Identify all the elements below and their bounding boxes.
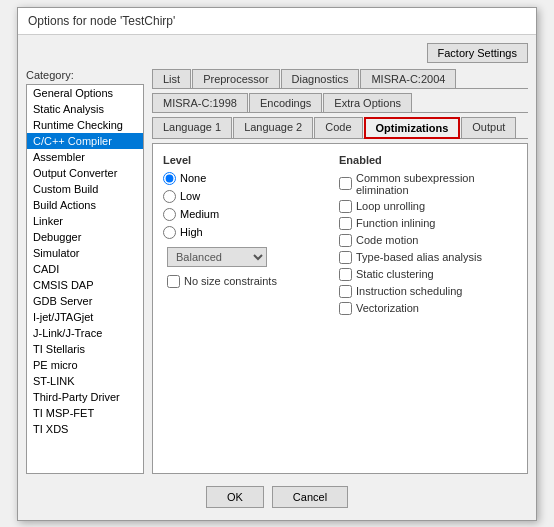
title-bar: Options for node 'TestChirp'	[18, 8, 536, 35]
category-item[interactable]: Debugger	[27, 229, 143, 245]
enabled-checkbox-list: Common subexpression eliminationLoop unr…	[339, 172, 517, 315]
level-radio-label-none: None	[180, 172, 206, 184]
category-item[interactable]: Custom Build	[27, 181, 143, 197]
enabled-option-label: Loop unrolling	[356, 200, 425, 212]
tab-content: Level NoneLowMediumHigh Balanced Speed S…	[152, 143, 528, 474]
category-item[interactable]: Build Actions	[27, 197, 143, 213]
category-item[interactable]: CADI	[27, 261, 143, 277]
level-radio-label-medium: Medium	[180, 208, 219, 220]
enabled-checkbox[interactable]	[339, 234, 352, 247]
category-item[interactable]: J-Link/J-Trace	[27, 325, 143, 341]
category-item[interactable]: TI XDS	[27, 421, 143, 437]
tab-diagnostics[interactable]: Diagnostics	[281, 69, 360, 88]
tab-optimizations[interactable]: Optimizations	[364, 117, 461, 139]
dialog: Options for node 'TestChirp' Factory Set…	[17, 7, 537, 521]
category-panel: Category: General OptionsStatic Analysis…	[26, 69, 144, 474]
enabled-option[interactable]: Common subexpression elimination	[339, 172, 517, 196]
enabled-option-label: Type-based alias analysis	[356, 251, 482, 263]
enabled-option[interactable]: Loop unrolling	[339, 200, 517, 213]
right-panel: ListPreprocessorDiagnosticsMISRA-C:2004 …	[152, 69, 528, 474]
enabled-option-label: Common subexpression elimination	[356, 172, 517, 196]
category-item[interactable]: Static Analysis	[27, 101, 143, 117]
category-item[interactable]: GDB Server	[27, 293, 143, 309]
enabled-option[interactable]: Type-based alias analysis	[339, 251, 517, 264]
category-item[interactable]: I-jet/JTAGjet	[27, 309, 143, 325]
category-item[interactable]: ST-LINK	[27, 373, 143, 389]
category-item[interactable]: General Options	[27, 85, 143, 101]
balanced-dropdown[interactable]: Balanced Speed Size	[167, 247, 267, 267]
enabled-option-label: Vectorization	[356, 302, 419, 314]
no-size-constraints-label: No size constraints	[184, 275, 277, 287]
level-radio-high[interactable]: High	[163, 226, 323, 239]
enabled-checkbox[interactable]	[339, 302, 352, 315]
dialog-title: Options for node 'TestChirp'	[28, 14, 175, 28]
ok-button[interactable]: OK	[206, 486, 264, 508]
enabled-checkbox[interactable]	[339, 251, 352, 264]
tab-content-inner: Level NoneLowMediumHigh Balanced Speed S…	[163, 154, 517, 315]
level-radio-input-medium[interactable]	[163, 208, 176, 221]
factory-settings-button[interactable]: Factory Settings	[427, 43, 528, 63]
enabled-option[interactable]: Function inlining	[339, 217, 517, 230]
level-radio-none[interactable]: None	[163, 172, 323, 185]
tabs-row-3: Language 1Language 2CodeOptimizationsOut…	[152, 117, 528, 139]
category-item[interactable]: C/C++ Compiler	[27, 133, 143, 149]
category-item[interactable]: TI Stellaris	[27, 341, 143, 357]
tab-language-2[interactable]: Language 2	[233, 117, 313, 138]
enabled-option[interactable]: Code motion	[339, 234, 517, 247]
category-item[interactable]: CMSIS DAP	[27, 277, 143, 293]
enabled-option[interactable]: Static clustering	[339, 268, 517, 281]
level-section: Level NoneLowMediumHigh Balanced Speed S…	[163, 154, 323, 315]
tab-preprocessor[interactable]: Preprocessor	[192, 69, 279, 88]
level-radio-medium[interactable]: Medium	[163, 208, 323, 221]
category-item[interactable]: Assembler	[27, 149, 143, 165]
tab-extra-options[interactable]: Extra Options	[323, 93, 412, 112]
enabled-checkbox[interactable]	[339, 177, 352, 190]
enabled-option[interactable]: Vectorization	[339, 302, 517, 315]
level-radio-input-high[interactable]	[163, 226, 176, 239]
tab-misra-c-1998[interactable]: MISRA-C:1998	[152, 93, 248, 112]
cancel-button[interactable]: Cancel	[272, 486, 348, 508]
level-radio-label-high: High	[180, 226, 203, 238]
tab-encodings[interactable]: Encodings	[249, 93, 322, 112]
tabs-row-2: MISRA-C:1998EncodingsExtra Options	[152, 93, 528, 113]
tab-list[interactable]: List	[152, 69, 191, 88]
enabled-section: Enabled Common subexpression elimination…	[339, 154, 517, 315]
enabled-option[interactable]: Instruction scheduling	[339, 285, 517, 298]
enabled-option-label: Function inlining	[356, 217, 436, 229]
dropdown-row: Balanced Speed Size	[167, 247, 323, 267]
category-item[interactable]: TI MSP-FET	[27, 405, 143, 421]
no-size-constraints-checkbox[interactable]	[167, 275, 180, 288]
bottom-row: OK Cancel	[26, 482, 528, 512]
category-item[interactable]: Simulator	[27, 245, 143, 261]
enabled-checkbox[interactable]	[339, 217, 352, 230]
category-item[interactable]: Third-Party Driver	[27, 389, 143, 405]
level-title: Level	[163, 154, 323, 166]
enabled-title: Enabled	[339, 154, 517, 166]
enabled-checkbox[interactable]	[339, 200, 352, 213]
content-area: Category: General OptionsStatic Analysis…	[26, 69, 528, 474]
category-list: General OptionsStatic AnalysisRuntime Ch…	[26, 84, 144, 474]
level-radio-low[interactable]: Low	[163, 190, 323, 203]
enabled-option-label: Code motion	[356, 234, 418, 246]
category-item[interactable]: PE micro	[27, 357, 143, 373]
dialog-body: Factory Settings Category: General Optio…	[18, 35, 536, 520]
tabs-row-1: ListPreprocessorDiagnosticsMISRA-C:2004	[152, 69, 528, 89]
enabled-option-label: Static clustering	[356, 268, 434, 280]
category-item[interactable]: Output Converter	[27, 165, 143, 181]
level-radio-input-none[interactable]	[163, 172, 176, 185]
category-item[interactable]: Linker	[27, 213, 143, 229]
level-radio-label-low: Low	[180, 190, 200, 202]
tab-misra-c-2004[interactable]: MISRA-C:2004	[360, 69, 456, 88]
tab-code[interactable]: Code	[314, 117, 362, 138]
no-size-constraints-row[interactable]: No size constraints	[167, 275, 323, 288]
enabled-checkbox[interactable]	[339, 285, 352, 298]
category-label: Category:	[26, 69, 144, 81]
enabled-checkbox[interactable]	[339, 268, 352, 281]
tab-output[interactable]: Output	[461, 117, 516, 138]
level-radio-input-low[interactable]	[163, 190, 176, 203]
tab-language-1[interactable]: Language 1	[152, 117, 232, 138]
enabled-option-label: Instruction scheduling	[356, 285, 462, 297]
top-row: Factory Settings	[26, 43, 528, 63]
radio-group: NoneLowMediumHigh	[163, 172, 323, 239]
category-item[interactable]: Runtime Checking	[27, 117, 143, 133]
